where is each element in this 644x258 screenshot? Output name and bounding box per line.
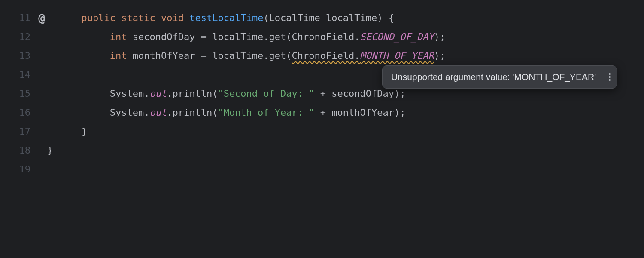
keyword-void: void <box>161 12 184 23</box>
code-editor: 11 @ 12 13 14 15 16 17 18 19 public stat… <box>0 0 644 258</box>
variable: monthOfYear <box>127 50 200 61</box>
line-number[interactable]: 11 @ <box>0 9 47 28</box>
line-number[interactable]: 14 <box>0 65 47 84</box>
keyword-static: static <box>121 12 155 23</box>
line-number[interactable]: 19 <box>0 160 47 179</box>
keyword-int: int <box>110 31 127 42</box>
expression: localTime.get(ChronoField. <box>207 31 360 42</box>
code-line[interactable]: } <box>47 141 644 160</box>
brace-close: } <box>47 145 53 156</box>
variable: secondOfDay <box>127 31 200 42</box>
code-line-empty[interactable] <box>47 160 644 179</box>
call-prefix: System. <box>110 107 150 118</box>
code-line[interactable]: int monthOfYear = localTime.get(ChronoFi… <box>47 46 644 65</box>
keyword-public: public <box>81 12 115 23</box>
line-number[interactable]: 18 <box>0 141 47 160</box>
indent-guide <box>79 65 79 84</box>
brace-open: { <box>383 12 395 23</box>
code-line[interactable]: } <box>47 122 644 141</box>
equals: = <box>201 31 207 42</box>
line-number[interactable]: 16 <box>0 103 47 122</box>
line-number-text: 11 <box>19 12 31 23</box>
tooltip-text: Unsupported argument value: 'MONTH_OF_YE… <box>391 72 596 82</box>
line-tail: ); <box>434 50 446 61</box>
indent-guide <box>79 28 79 46</box>
concat-tail: + secondOfDay); <box>315 88 406 99</box>
out-field: out <box>149 107 167 118</box>
brace-close: } <box>81 126 87 137</box>
indent-guide <box>79 9 79 28</box>
method-name: testLocalTime <box>189 12 263 23</box>
paren-close: ) <box>377 12 383 23</box>
string-literal: "Month of Year: " <box>218 107 314 118</box>
expression: localTime.get( <box>207 50 292 61</box>
call-mid: .println( <box>167 88 218 99</box>
code-area[interactable]: public static void testLocalTime(LocalTi… <box>47 0 644 258</box>
line-tail: ); <box>434 31 446 42</box>
warning-constant: MONTH_OF_YEAR <box>360 50 434 61</box>
indent-guide <box>79 103 79 122</box>
string-literal: "Second of Day: " <box>218 88 314 99</box>
equals: = <box>201 50 207 61</box>
param-name: localTime <box>320 12 377 23</box>
gutter: 11 @ 12 13 14 15 16 17 18 19 <box>0 0 47 258</box>
call-mid: .println( <box>167 107 218 118</box>
line-number[interactable]: 17 <box>0 122 47 141</box>
indent-guide <box>79 84 79 103</box>
code-line[interactable]: System.out.println("Month of Year: " + m… <box>47 103 644 122</box>
indent-guide <box>79 46 79 65</box>
more-actions-icon[interactable] <box>609 73 611 81</box>
keyword-int: int <box>110 50 127 61</box>
inspection-tooltip[interactable]: Unsupported argument value: 'MONTH_OF_YE… <box>382 65 617 89</box>
concat-tail: + monthOfYear); <box>315 107 406 118</box>
line-number[interactable]: 13 <box>0 46 47 65</box>
warning-span: ChronoField. <box>292 50 360 61</box>
param-type: LocalTime <box>269 12 320 23</box>
paren-open: ( <box>263 12 269 23</box>
line-number[interactable]: 12 <box>0 28 47 46</box>
constant: SECOND_OF_DAY <box>360 31 434 42</box>
code-line[interactable]: public static void testLocalTime(LocalTi… <box>47 9 644 28</box>
code-line[interactable]: int secondOfDay = localTime.get(ChronoFi… <box>47 28 644 46</box>
call-prefix: System. <box>110 88 150 99</box>
line-number[interactable]: 15 <box>0 84 47 103</box>
override-marker-icon[interactable]: @ <box>38 9 45 28</box>
out-field: out <box>149 88 167 99</box>
